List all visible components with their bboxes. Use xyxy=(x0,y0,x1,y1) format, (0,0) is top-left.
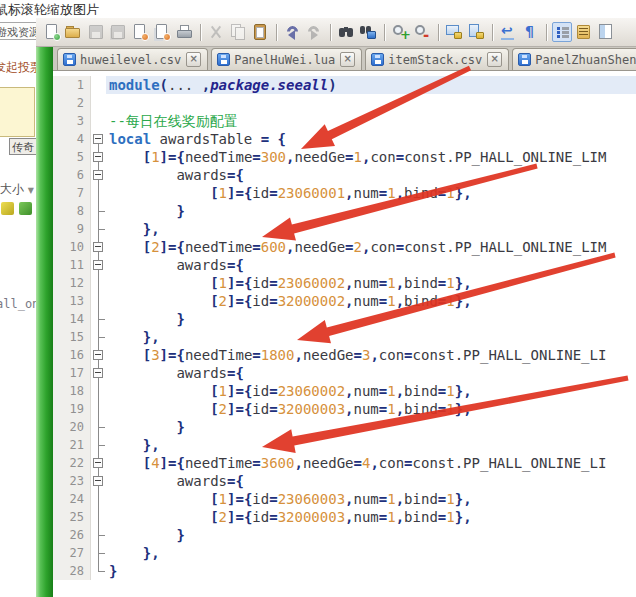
toolbar-separator xyxy=(330,24,332,41)
code-line-16[interactable]: 16 [3]={needTime=1800,needGe=3,con=const… xyxy=(53,346,636,364)
sync-vertical-scroll-icon[interactable] xyxy=(444,22,464,42)
fold-margin-mark[interactable] xyxy=(91,148,106,166)
copy-icon[interactable] xyxy=(228,22,248,42)
line-number: 25 xyxy=(53,508,91,526)
print-icon[interactable] xyxy=(174,22,194,42)
save-all-icon[interactable] xyxy=(108,22,128,42)
paste-icon[interactable] xyxy=(250,22,270,42)
save-file-icon[interactable] xyxy=(86,22,106,42)
fold-margin-mark[interactable] xyxy=(91,544,106,562)
redo-icon[interactable] xyxy=(304,22,324,42)
fold-margin-mark[interactable] xyxy=(91,382,106,400)
tab-itemStack.csv[interactable]: itemStack.csv× xyxy=(365,48,509,70)
close-tab-icon[interactable]: × xyxy=(186,52,201,67)
pencil-icon[interactable] xyxy=(1,202,14,215)
tab-PanelZhuanSheng.lua[interactable]: PanelZhuanSheng.lua xyxy=(512,48,636,70)
code-line-6[interactable]: 6 awards={ xyxy=(53,166,636,184)
code-line-9[interactable]: 9 }, xyxy=(53,220,636,238)
fold-margin-mark[interactable] xyxy=(91,562,106,580)
fold-margin-mark[interactable] xyxy=(91,418,106,436)
code-text: }, xyxy=(106,436,636,454)
fold-line xyxy=(98,328,99,337)
fold-line xyxy=(98,571,105,572)
zoom-out-icon[interactable] xyxy=(412,22,432,42)
indent-guide-icon[interactable] xyxy=(552,22,572,42)
fold-line xyxy=(98,427,99,436)
tab-PanelHuWei.lua[interactable]: PanelHuWei.lua× xyxy=(211,48,362,70)
code-line-27[interactable]: 27 }, xyxy=(53,544,636,562)
code-line-15[interactable]: 15 }, xyxy=(53,328,636,346)
fold-margin-mark[interactable] xyxy=(91,364,106,382)
code-line-13[interactable]: 13 [2]={id=32000002,num=1,bind=1}, xyxy=(53,292,636,310)
code-text: [1]={needTime=300,needGe=1,con=const.PP_… xyxy=(106,148,636,166)
fold-margin-mark[interactable] xyxy=(91,274,106,292)
fold-margin-mark[interactable] xyxy=(91,184,106,202)
fold-margin-mark[interactable] xyxy=(91,328,106,346)
code-line-10[interactable]: 10 [2]={needTime=600,needGe=2,con=const.… xyxy=(53,238,636,256)
code-line-21[interactable]: 21 }, xyxy=(53,436,636,454)
fold-margin-mark[interactable] xyxy=(91,166,106,184)
code-line-19[interactable]: 19 [2]={id=32000003,num=1,bind=1}, xyxy=(53,400,636,418)
word-wrap-icon[interactable] xyxy=(498,22,518,42)
code-text: [2]={id=32000003,num=1,bind=1}, xyxy=(106,400,636,418)
code-line-23[interactable]: 23 awards={ xyxy=(53,472,636,490)
code-line-11[interactable]: 11 awards={ xyxy=(53,256,636,274)
show-all-characters-icon[interactable] xyxy=(520,22,540,42)
new-file-icon[interactable] xyxy=(42,22,62,42)
open-file-icon[interactable] xyxy=(64,22,84,42)
sync-horizontal-scroll-icon[interactable] xyxy=(466,22,486,42)
fold-margin-mark[interactable] xyxy=(91,526,106,544)
code-line-14[interactable]: 14 } xyxy=(53,310,636,328)
undo-icon[interactable] xyxy=(282,22,302,42)
code-line-20[interactable]: 20 } xyxy=(53,418,636,436)
fold-line xyxy=(98,193,99,202)
fold-margin-mark[interactable] xyxy=(91,238,106,256)
code-line-3[interactable]: 3--每日在线奖励配置 xyxy=(53,112,636,130)
fold-margin-mark[interactable] xyxy=(91,130,106,148)
legend-button[interactable]: 传奇 xyxy=(9,138,36,155)
fold-margin-mark[interactable] xyxy=(91,472,106,490)
code-line-7[interactable]: 7 [1]={id=23060001,num=1,bind=1}, xyxy=(53,184,636,202)
fold-margin-mark[interactable] xyxy=(91,292,106,310)
replace-icon[interactable] xyxy=(358,22,378,42)
close-tab-icon[interactable]: × xyxy=(487,52,502,67)
code-line-8[interactable]: 8 } xyxy=(53,202,636,220)
code-line-28[interactable]: 28} xyxy=(53,562,636,580)
code-line-18[interactable]: 18 [1]={id=23060002,num=1,bind=1}, xyxy=(53,382,636,400)
fold-margin-mark[interactable] xyxy=(91,256,106,274)
close-tab-icon[interactable]: × xyxy=(340,52,355,67)
code-line-17[interactable]: 17 awards={ xyxy=(53,364,636,382)
code-line-1[interactable]: 1module(... ,package.seeall) xyxy=(53,76,636,94)
code-line-24[interactable]: 24 [1]={id=23060003,num=1,bind=1}, xyxy=(53,490,636,508)
code-line-12[interactable]: 12 [1]={id=23060002,num=1,bind=1}, xyxy=(53,274,636,292)
tab-huweilevel.csv[interactable]: huweilevel.csv× xyxy=(57,48,208,70)
fold-margin-mark[interactable] xyxy=(91,490,106,508)
code-line-26[interactable]: 26 } xyxy=(53,526,636,544)
fold-margin-mark[interactable] xyxy=(91,220,106,238)
code-line-5[interactable]: 5 [1]={needTime=300,needGe=1,con=const.P… xyxy=(53,148,636,166)
green-tool-icon[interactable] xyxy=(19,202,32,215)
window-edge-green-strip xyxy=(36,47,53,597)
fold-margin-mark[interactable] xyxy=(91,436,106,454)
function-list-icon[interactable] xyxy=(574,22,594,42)
size-dropdown[interactable]: 大小 ▼ xyxy=(0,181,34,198)
fold-margin-mark[interactable] xyxy=(91,454,106,472)
fold-margin-mark[interactable] xyxy=(91,508,106,526)
fold-margin-mark[interactable] xyxy=(91,400,106,418)
close-file-icon[interactable] xyxy=(130,22,150,42)
code-line-4[interactable]: 4local awardsTable = { xyxy=(53,130,636,148)
code-text: [2]={id=32000003,num=1,bind=1}, xyxy=(106,508,636,526)
code-line-25[interactable]: 25 [2]={id=32000003,num=1,bind=1}, xyxy=(53,508,636,526)
find-icon[interactable] xyxy=(336,22,356,42)
code-line-22[interactable]: 22 [4]={needTime=3600,needGe=4,con=const… xyxy=(53,454,636,472)
code-line-2[interactable]: 2 xyxy=(53,94,636,112)
code-editor[interactable]: 1module(... ,package.seeall)23--每日在线奖励配置… xyxy=(53,71,636,597)
cut-icon[interactable] xyxy=(206,22,226,42)
toolbar-separator xyxy=(492,24,494,41)
close-all-icon[interactable] xyxy=(152,22,172,42)
document-map-icon[interactable] xyxy=(596,22,616,42)
fold-margin-mark[interactable] xyxy=(91,346,106,364)
fold-margin-mark[interactable] xyxy=(91,310,106,328)
zoom-in-icon[interactable] xyxy=(390,22,410,42)
fold-margin-mark[interactable] xyxy=(91,202,106,220)
